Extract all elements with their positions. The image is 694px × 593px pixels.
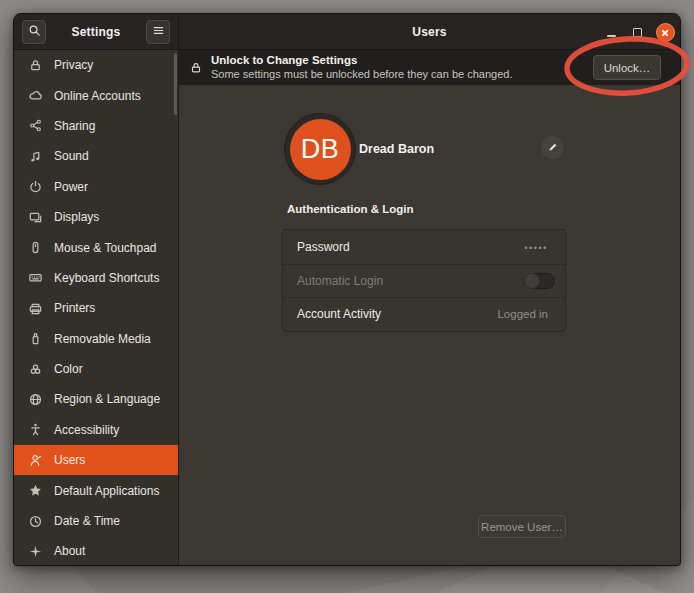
sidebar-item-online-accounts[interactable]: Online Accounts [14,80,178,110]
lock-icon [189,61,203,75]
sidebar-item-label: Users [54,453,85,467]
mouse-icon [28,240,43,255]
sidebar-item-label: Default Applications [54,484,159,498]
sidebar-item-color[interactable]: Color [14,354,178,384]
globe-icon [28,392,43,407]
auth-settings-card: Password ••••• Automatic Login [282,229,566,332]
printer-icon [28,301,43,316]
auth-section-heading: Authentication & Login [287,203,413,215]
row-label: Password [297,240,350,254]
sidebar-item-label: Keyboard Shortcuts [54,271,159,285]
headerbar-left: Settings [14,14,179,49]
sidebar-item-label: Displays [54,210,99,224]
sidebar-item-label: Accessibility [54,423,119,437]
sidebar-item-power[interactable]: Power [14,172,178,202]
clock-icon [28,514,43,529]
star-icon [28,483,43,498]
sidebar-item-label: Region & Language [54,392,160,406]
share-icon [28,118,43,133]
sidebar-scrollbar[interactable] [174,53,177,115]
close-button[interactable] [650,14,680,50]
row-label: Automatic Login [297,274,383,288]
sidebar-item-label: About [54,544,85,558]
sidebar-item-mouse-touchpad[interactable]: Mouse & Touchpad [14,232,178,262]
sidebar-item-label: Power [54,180,88,194]
avatar[interactable]: DB [284,113,356,185]
users-panel-body: DB Dread Baron Authentication & Login Pa… [179,85,680,565]
sidebar-item-label: Date & Time [54,514,120,528]
headerbar: Settings Users [14,14,680,50]
sidebar-item-label: Color [54,362,83,376]
sidebar-item-label: Mouse & Touchpad [54,241,157,255]
cloud-icon [28,88,43,103]
sidebar-item-label: Printers [54,301,95,315]
app-title: Settings [72,25,121,39]
toggle-knob [524,273,540,289]
sidebar-item-printers[interactable]: Printers [14,293,178,323]
sidebar-item-region-language[interactable]: Region & Language [14,384,178,414]
user-full-name: Dread Baron [359,142,434,156]
keyboard-icon [28,270,43,285]
sidebar-item-users[interactable]: Users [14,445,178,475]
automatic-login-toggle[interactable] [524,273,555,289]
unlock-button[interactable]: Unlock… [593,55,661,80]
sound-icon [28,149,43,164]
sidebar-item-label: Sharing [54,119,95,133]
settings-row-account-activity[interactable]: Account Activity Logged in [283,297,565,331]
maximize-icon [633,28,642,37]
maximize-button[interactable] [624,14,650,50]
row-right: ••••• [524,242,555,252]
settings-row-automatic-login[interactable]: Automatic Login [283,264,565,298]
sidebar-item-sound[interactable]: Sound [14,141,178,171]
users-icon [28,453,43,468]
sidebar-item-keyboard-shortcuts[interactable]: Keyboard Shortcuts [14,263,178,293]
color-icon [28,362,43,377]
remove-user-button[interactable]: Remove User… [478,515,566,538]
row-label: Account Activity [297,307,381,321]
unlock-banner-subtitle: Some settings must be unlocked before th… [211,68,512,82]
unlock-banner: Unlock to Change Settings Some settings … [179,50,680,85]
sidebar-item-privacy[interactable]: Privacy [14,50,178,80]
row-right [524,273,555,289]
search-button[interactable] [22,20,46,44]
hamburger-icon [151,23,166,42]
sidebar-item-label: Privacy [54,58,93,72]
sidebar: Privacy Online Accounts Sharing Sound Po… [14,50,179,565]
edit-name-button[interactable] [541,136,564,159]
minimize-icon [607,35,616,37]
sidebar-item-default-applications[interactable]: Default Applications [14,475,178,505]
settings-row-password[interactable]: Password ••••• [283,230,565,264]
unlock-banner-texts: Unlock to Change Settings Some settings … [211,53,512,81]
minimize-button[interactable] [598,14,624,50]
page-title: Users [412,25,446,39]
accessibility-icon [28,422,43,437]
headerbar-right: Users [179,14,680,49]
row-value: Logged in [497,308,548,320]
hamburger-menu-button[interactable] [146,20,170,44]
sparkle-icon [28,544,43,559]
sidebar-item-about[interactable]: About [14,536,178,566]
search-icon [27,23,42,42]
lock-icon [28,58,43,73]
sidebar-item-accessibility[interactable]: Accessibility [14,415,178,445]
row-value: ••••• [524,243,548,253]
pencil-icon [547,139,559,157]
unlock-banner-title: Unlock to Change Settings [211,53,512,67]
sidebar-item-label: Sound [54,149,89,163]
close-icon [656,23,675,42]
sidebar-item-label: Removable Media [54,332,151,346]
power-icon [28,179,43,194]
sidebar-item-removable-media[interactable]: Removable Media [14,324,178,354]
sidebar-item-sharing[interactable]: Sharing [14,111,178,141]
row-right: Logged in [497,308,555,320]
sidebar-item-date-time[interactable]: Date & Time [14,506,178,536]
avatar-initials: DB [290,119,351,180]
settings-window: Settings Users Privacy Online Accounts [13,13,681,566]
removable-media-icon [28,331,43,346]
sidebar-item-displays[interactable]: Displays [14,202,178,232]
sidebar-item-label: Online Accounts [54,89,141,103]
window-controls [598,14,680,50]
users-panel: Unlock to Change Settings Some settings … [179,50,680,565]
displays-icon [28,210,43,225]
